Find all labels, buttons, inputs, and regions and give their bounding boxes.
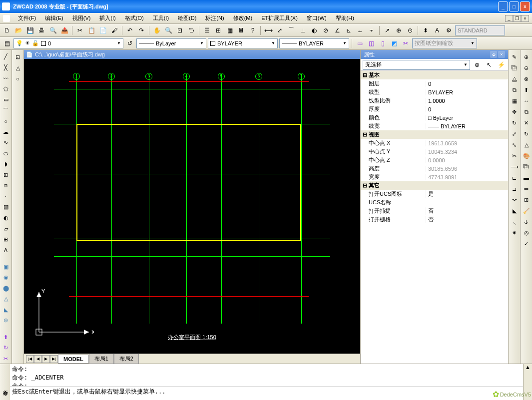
prop-thickness[interactable]: 0 — [426, 106, 508, 112]
dim-baseline-icon[interactable]: ⫠ — [355, 25, 365, 35]
child-minimize[interactable]: _ — [505, 15, 513, 22]
new-icon[interactable]: 🗋 — [2, 25, 12, 35]
cmd-scroll-up[interactable]: ▲ — [525, 364, 531, 370]
lineweight-dropdown[interactable]: BYLAYER ▼ — [279, 38, 349, 48]
snap-cen-icon[interactable]: ○ — [13, 74, 23, 84]
menu-window[interactable]: 窗口(W) — [303, 13, 331, 23]
tolerance-icon[interactable]: ⊕ — [394, 25, 404, 35]
copyedge-icon[interactable]: ═ — [522, 184, 532, 194]
revolve-icon[interactable]: ↻ — [1, 343, 11, 353]
tab-next[interactable]: ▶ — [42, 355, 50, 363]
dim-linear-icon[interactable]: ⟷ — [263, 25, 273, 35]
pin-icon[interactable]: ⬙ — [490, 51, 497, 58]
close-button[interactable]: × — [520, 1, 530, 11]
menu-draw[interactable]: 绘图(D) — [174, 13, 200, 23]
line-icon[interactable]: ╱ — [1, 52, 11, 62]
selection-dropdown[interactable]: 无选择 ▼ — [363, 60, 470, 70]
extrudeface-icon[interactable]: ⬆ — [522, 85, 532, 95]
zoom-prev-icon[interactable]: ⮌ — [186, 25, 196, 35]
menu-view[interactable]: 视图(V) — [68, 13, 95, 23]
undo-icon[interactable]: ↶ — [125, 25, 135, 35]
paste-icon[interactable]: 📄 — [98, 25, 108, 35]
preview-icon[interactable]: 🔍 — [48, 25, 58, 35]
viewport-clip-icon[interactable]: ✂ — [401, 38, 411, 48]
panel-close-icon[interactable]: × — [498, 51, 505, 58]
minimize-button[interactable]: _ — [498, 1, 508, 11]
properties-titlebar[interactable]: 属性 ⬙ × — [361, 50, 508, 59]
rectangle-icon[interactable]: ▭ — [1, 95, 11, 105]
dim-quick-icon[interactable]: ⊾ — [344, 25, 354, 35]
mirror-icon[interactable]: ⧋ — [510, 74, 520, 84]
check-icon[interactable]: ✓ — [522, 239, 532, 249]
sphere-icon[interactable]: ◉ — [1, 273, 11, 283]
prop-snap[interactable]: 否 — [426, 207, 508, 215]
taperface-icon[interactable]: △ — [522, 140, 532, 150]
group-basic[interactable]: 基本 — [369, 71, 380, 79]
point-icon[interactable]: · — [1, 192, 11, 202]
menu-et[interactable]: ET扩展工具(X) — [257, 13, 302, 23]
shell-icon[interactable]: ◎ — [522, 228, 532, 238]
zoom-rt-icon[interactable]: 🔍 — [163, 25, 173, 35]
region-icon[interactable]: ▱ — [1, 224, 11, 234]
offsetface-icon[interactable]: ⧉ — [522, 107, 532, 117]
subtract-icon[interactable]: ⊖ — [522, 63, 532, 73]
explode-icon[interactable]: ✷ — [510, 228, 520, 238]
rotate-icon[interactable]: ↻ — [510, 118, 520, 128]
xline-icon[interactable]: ╳ — [1, 63, 11, 73]
tab-layout1[interactable]: 布局1 — [89, 354, 114, 364]
viewport4-icon[interactable]: ◩ — [389, 38, 399, 48]
break-icon[interactable]: ⊏ — [510, 173, 520, 183]
viewport2-icon[interactable]: ◫ — [366, 38, 376, 48]
properties-icon[interactable]: ☰ — [202, 25, 212, 35]
dim-angular-icon[interactable]: ∠ — [332, 25, 342, 35]
intersect-icon[interactable]: ⊗ — [522, 74, 532, 84]
print-icon[interactable]: 🖶 — [36, 25, 46, 35]
box-icon[interactable]: ▣ — [1, 262, 11, 272]
moveface-icon[interactable]: ↔ — [522, 96, 532, 106]
arc-icon[interactable]: ⌒ — [1, 106, 11, 116]
erase-icon[interactable]: ✎ — [510, 52, 520, 62]
copy2-icon[interactable]: ⿻ — [510, 63, 520, 73]
layer-dropdown[interactable]: 💡 ☀ 🔓 0 ▼ — [13, 38, 123, 48]
centermark-icon[interactable]: ⊙ — [405, 25, 415, 35]
cone-icon[interactable]: △ — [1, 294, 11, 304]
move-icon[interactable]: ✥ — [510, 107, 520, 117]
prop-ucsicon[interactable]: 是 — [426, 190, 508, 198]
command-input[interactable]: 按Esc或Enter键退出，或单击鼠标右键显示快捷菜单... — [10, 386, 523, 400]
deleteface-icon[interactable]: ✕ — [522, 118, 532, 128]
extrude-icon[interactable]: ⬆ — [1, 332, 11, 342]
menu-file[interactable]: 文件(F) — [14, 13, 40, 23]
extend-icon[interactable]: ⟶ — [510, 162, 520, 172]
dim-continue-icon[interactable]: ⫟ — [367, 25, 377, 35]
copy-icon[interactable]: 📋 — [86, 25, 96, 35]
snap-mid-icon[interactable]: △ — [13, 63, 23, 73]
selectobj-icon[interactable]: ⚡ — [496, 60, 506, 70]
block-icon[interactable]: ⧈ — [1, 181, 11, 191]
prop-color[interactable]: □ ByLayer — [426, 115, 508, 121]
insert-icon[interactable]: ⊞ — [1, 170, 11, 180]
layer-manager-icon[interactable]: ▤ — [2, 38, 12, 48]
menu-edit[interactable]: 编辑(E) — [41, 13, 67, 23]
union-icon[interactable]: ⊕ — [522, 52, 532, 62]
cut-icon[interactable]: ✂ — [75, 25, 85, 35]
spline-icon[interactable]: ∿ — [1, 138, 11, 148]
trim-icon[interactable]: ✂ — [510, 151, 520, 161]
publish-icon[interactable]: 📤 — [59, 25, 69, 35]
open-icon[interactable]: 📂 — [13, 25, 23, 35]
toggle-pai-icon[interactable]: ⊕ — [472, 60, 482, 70]
dimtedit-icon[interactable]: A — [432, 25, 442, 35]
dim-style-dropdown[interactable] — [455, 25, 505, 35]
viewport-icon[interactable]: ▭ — [355, 38, 365, 48]
menu-dimension[interactable]: 标注(N) — [201, 13, 228, 23]
dim-aligned-icon[interactable]: ⤢ — [275, 25, 285, 35]
prop-layer[interactable]: 0 — [426, 81, 508, 87]
circle-icon[interactable]: ○ — [1, 116, 11, 126]
anno-scale-dropdown[interactable]: 按图纸空间缩放 ▼ — [412, 38, 477, 48]
quickselect-icon[interactable]: ↖ — [484, 60, 494, 70]
ellipse-icon[interactable]: ⬭ — [1, 149, 11, 159]
stretch-icon[interactable]: ⤡ — [510, 140, 520, 150]
save-icon[interactable]: 💾 — [25, 25, 35, 35]
tab-first[interactable]: |◀ — [26, 355, 34, 363]
coloredge-icon[interactable]: ▬ — [522, 173, 532, 183]
maximize-button[interactable]: □ — [509, 1, 519, 11]
